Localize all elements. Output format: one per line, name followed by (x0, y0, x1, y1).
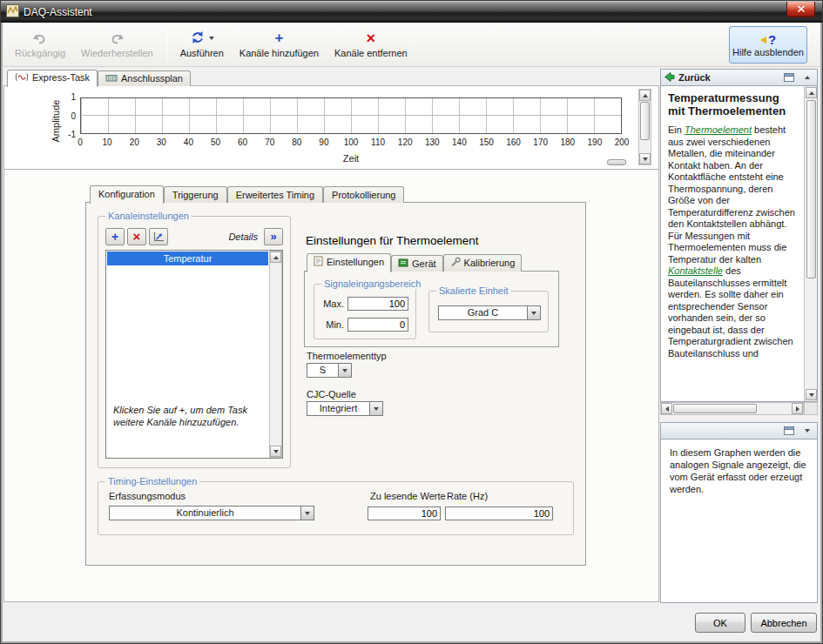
min-input[interactable] (347, 318, 408, 332)
rate-input[interactable] (445, 506, 553, 520)
cancel-button[interactable]: Abbrechen (751, 613, 817, 633)
signal-input-range-group: Signaleingangsbereich Max. Min. (314, 284, 416, 339)
redo-label: Wiederherstellen (81, 48, 153, 58)
daq-assistant-dialog: DAQ-Assistent Rückgängig Wiederherstelle… (0, 0, 823, 644)
help-scroll-thumb[interactable] (806, 100, 816, 278)
undo-button[interactable]: Rückgängig (7, 25, 73, 64)
x-tick-label: 180 (560, 138, 575, 147)
tab-geraet-label: Gerät (412, 258, 436, 269)
help-content: Temperaturmessung mit Thermoelementen Ei… (660, 86, 818, 402)
help-link[interactable]: Thermoelement (685, 124, 752, 135)
help-text-segment: des Bauteilanschlusses ermittelt werden.… (668, 265, 793, 359)
help-text-segment: Ein (668, 124, 685, 135)
back-icon (664, 71, 675, 84)
scaled-unit-combobox[interactable]: Grad C (438, 305, 541, 320)
channel-list-scrollbar[interactable] (269, 251, 282, 458)
remove-channel-button[interactable]: × (127, 228, 146, 245)
help-v-scrollbar[interactable] (804, 86, 817, 401)
back-button[interactable]: Zurück (678, 72, 711, 83)
x-tick-label: 70 (265, 138, 274, 147)
acquisition-mode-combobox[interactable]: Kontinuierlich (109, 506, 314, 520)
run-dropdown-arrow[interactable] (209, 37, 214, 40)
konfiguration-pane: Kanaleinstellungen + × Details » Tempera… (85, 202, 586, 566)
expand-details-button[interactable]: » (264, 228, 283, 245)
graph-help-header (660, 422, 818, 439)
chart-scroll-up-button[interactable] (639, 90, 651, 101)
help-body: Ein Thermoelement besteht aus zwei versc… (668, 124, 798, 359)
add-channels-icon: + (274, 30, 283, 46)
x-tick-label: 10 (103, 138, 112, 147)
tab-triggerung[interactable]: Triggerung (164, 186, 227, 203)
hide-help-button[interactable]: ? Hilfe ausblenden (729, 26, 807, 64)
add-channels-button[interactable]: + Kanäle hinzufügen (232, 25, 327, 64)
rescale-channel-button[interactable] (149, 228, 168, 245)
channel-list-item[interactable]: Temperatur (107, 252, 268, 265)
cjc-source-dropdown-icon[interactable] (369, 401, 383, 416)
help-scroll-right-button[interactable] (792, 403, 803, 414)
remove-channels-button[interactable]: × Kanäle entfernen (327, 25, 415, 64)
toolbar-separator (166, 27, 167, 62)
tab-erweitertes-timing[interactable]: Erweitertes Timing (227, 186, 323, 203)
window-title: DAQ-Assistent (24, 6, 92, 18)
help-h-scroll-thumb[interactable] (673, 404, 757, 413)
help-h-scrollbar[interactable] (660, 402, 804, 415)
scaled-unit-dropdown-icon[interactable] (527, 305, 541, 320)
cjc-source-combobox[interactable]: Integriert (307, 401, 383, 416)
toolbar: Rückgängig Wiederherstellen Ausführen + … (3, 23, 820, 67)
titlebar[interactable]: DAQ-Assistent (1, 1, 822, 23)
redo-button[interactable]: Wiederherstellen (73, 25, 161, 64)
tab-konfiguration[interactable]: Konfiguration (90, 185, 164, 204)
graph-note: In diesem Graphen werden die analogen Si… (670, 447, 806, 494)
redo-icon (109, 30, 125, 46)
y-tick-label: -1 (68, 130, 76, 139)
acquisition-mode-dropdown-icon[interactable] (300, 506, 314, 520)
help-question-icon: ? (760, 33, 776, 46)
chart-scroll-down-button[interactable] (639, 153, 651, 164)
x-tick-label: 20 (130, 138, 139, 147)
tab-geraet[interactable]: Gerät (391, 255, 443, 272)
expand-graph-help-button[interactable] (799, 425, 814, 438)
ok-button[interactable]: OK (695, 613, 745, 633)
tab-express-task[interactable]: Express-Task (7, 70, 98, 87)
thermocouple-tab-bar: Einstellungen Gerät Kalibrierung (307, 252, 522, 272)
help-scroll-down-button[interactable] (806, 389, 817, 400)
tab-triggerung-label: Triggerung (172, 190, 219, 200)
collapse-help-button[interactable] (799, 71, 814, 84)
scaled-unit-value: Grad C (438, 305, 527, 320)
express-task-label: Express-Task (32, 72, 90, 83)
max-input[interactable] (347, 297, 408, 311)
tab-anschlussplan[interactable]: Anschlussplan (98, 70, 191, 86)
chart-v-scrollbar[interactable] (638, 89, 651, 165)
min-label: Min. (320, 319, 344, 330)
close-button[interactable] (786, 2, 815, 17)
run-button[interactable]: Ausführen (172, 25, 232, 64)
x-axis-label: Zeit (80, 153, 622, 164)
tab-kalibrierung[interactable]: Kalibrierung (443, 254, 523, 272)
tab-einstellungen[interactable]: Einstellungen (307, 253, 391, 272)
channel-hint: Klicken Sie auf +, um dem Task weitere K… (113, 404, 261, 428)
add-channel-button[interactable]: + (105, 228, 125, 245)
help-scroll-up-button[interactable] (806, 87, 817, 98)
chart-scroll-thumb[interactable] (640, 102, 650, 140)
thermocouple-section-title: Einstellungen für Thermoelement (306, 234, 479, 247)
help-topbar: Zurück (660, 69, 818, 86)
undo-icon (32, 30, 48, 46)
float-help-button[interactable] (781, 71, 796, 84)
tab-protokollierung[interactable]: Protokollierung (323, 186, 404, 203)
kalibrierung-icon (450, 257, 461, 269)
chart-h-scrollbar[interactable] (607, 159, 626, 165)
channel-scroll-up-button[interactable] (270, 252, 281, 263)
x-axis-ticks: 0102030405060708090100110120130140150160… (80, 138, 622, 148)
help-link[interactable]: Kontaktstelle (668, 265, 723, 276)
x-tick-label: 90 (319, 138, 328, 147)
help-scroll-left-button[interactable] (661, 403, 672, 414)
thermocouple-type-dropdown-icon[interactable] (338, 363, 352, 378)
details-label: Details (228, 231, 261, 242)
config-tab-bar: Konfiguration Triggerung Erweitertes Tim… (90, 183, 404, 203)
hide-help-label: Hilfe ausblenden (732, 47, 804, 57)
thermocouple-type-combobox[interactable]: S (307, 363, 352, 378)
float-graph-help-button[interactable] (781, 425, 796, 438)
tab-einstellungen-label: Einstellungen (327, 257, 384, 267)
channel-scroll-down-button[interactable] (270, 446, 281, 457)
samples-input[interactable] (368, 506, 441, 520)
